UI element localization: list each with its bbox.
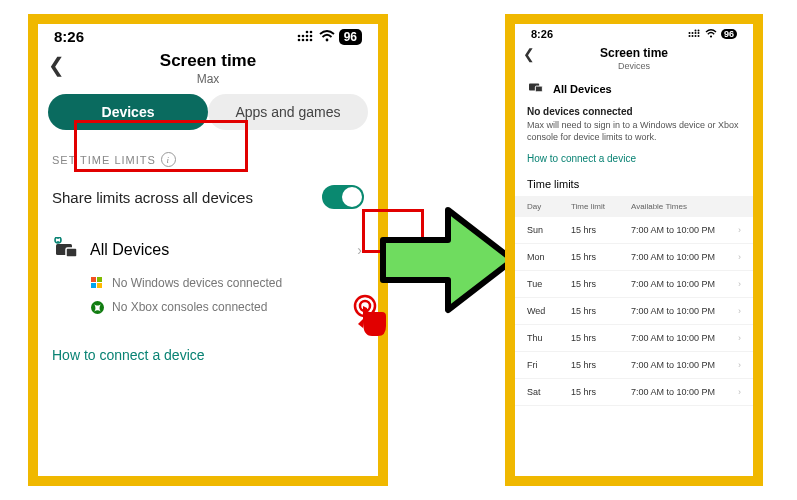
svg-point-25 (694, 35, 696, 37)
svg-point-6 (309, 39, 312, 42)
page-subtitle: Max (38, 72, 378, 86)
row-available: 7:00 AM to 10:00 PM (631, 360, 738, 370)
status-time: 8:26 (54, 28, 84, 45)
time-limits-title: Time limits (527, 178, 741, 190)
status-right: 96 (688, 28, 737, 40)
tab-devices[interactable]: Devices (48, 94, 208, 130)
svg-point-31 (710, 35, 712, 37)
svg-point-22 (691, 35, 693, 37)
how-to-connect-link[interactable]: How to connect a device (52, 347, 364, 363)
xbox-status-text: No Xbox consoles connected (112, 300, 267, 314)
row-day: Wed (527, 306, 571, 316)
time-limit-row[interactable]: Sun15 hrs7:00 AM to 10:00 PM› (515, 217, 753, 244)
tab-apps-games[interactable]: Apps and games (208, 94, 368, 130)
svg-point-2 (297, 35, 300, 38)
chevron-right-icon: › (738, 360, 741, 370)
row-day: Tue (527, 279, 571, 289)
all-devices-card[interactable]: All Devices › No Windows devices connect… (44, 227, 372, 321)
row-limit: 15 hrs (571, 306, 631, 316)
svg-point-24 (691, 32, 693, 34)
time-limit-row[interactable]: Fri15 hrs7:00 AM to 10:00 PM› (515, 352, 753, 379)
chevron-right-icon: › (738, 225, 741, 235)
battery-badge: 96 (721, 29, 737, 39)
col-day: Day (527, 202, 571, 211)
svg-point-4 (305, 39, 308, 42)
col-available: Available Times (631, 202, 741, 211)
svg-rect-16 (91, 283, 96, 288)
signal-icon (297, 28, 315, 45)
xbox-status-row: No Xbox consoles connected (50, 295, 366, 319)
status-bar: 8:26 96 (38, 24, 378, 45)
status-right: 96 (297, 28, 362, 45)
chevron-right-icon: › (357, 242, 362, 258)
share-limits-toggle[interactable] (322, 185, 364, 209)
time-limits-rows: Sun15 hrs7:00 AM to 10:00 PM›Mon15 hrs7:… (515, 217, 753, 406)
how-to-connect-link[interactable]: How to connect a device (527, 153, 741, 164)
signal-icon (688, 28, 701, 40)
page-subtitle: Devices (515, 61, 753, 71)
page-title: Screen time (515, 46, 753, 60)
row-day: Fri (527, 360, 571, 370)
all-devices-label: All Devices (553, 83, 612, 95)
page-title: Screen time (38, 51, 378, 71)
time-limit-row[interactable]: Wed15 hrs7:00 AM to 10:00 PM› (515, 298, 753, 325)
row-available: 7:00 AM to 10:00 PM (631, 306, 738, 316)
time-limit-row[interactable]: Thu15 hrs7:00 AM to 10:00 PM› (515, 325, 753, 352)
green-arrow-icon (378, 200, 518, 320)
all-devices-header[interactable]: All Devices › (50, 229, 366, 271)
no-devices-title: No devices connected (527, 106, 633, 117)
row-available: 7:00 AM to 10:00 PM (631, 279, 738, 289)
row-limit: 15 hrs (571, 225, 631, 235)
svg-point-0 (297, 39, 300, 42)
no-devices-block: No devices connected Max will need to si… (515, 105, 753, 143)
svg-point-21 (688, 35, 690, 37)
row-day: Sun (527, 225, 571, 235)
row-limit: 15 hrs (571, 333, 631, 343)
svg-point-29 (694, 30, 696, 32)
row-day: Sat (527, 387, 571, 397)
info-icon[interactable]: i (161, 152, 176, 167)
svg-point-7 (309, 35, 312, 38)
back-button[interactable]: ❮ (523, 46, 535, 62)
share-limits-row: Share limits across all devices (38, 175, 378, 219)
svg-point-27 (697, 35, 699, 37)
tabs: Devices Apps and games (48, 94, 368, 130)
row-limit: 15 hrs (571, 279, 631, 289)
row-available: 7:00 AM to 10:00 PM (631, 387, 738, 397)
status-bar: 8:26 96 (515, 24, 753, 40)
svg-point-3 (301, 35, 304, 38)
right-phone-frame: 8:26 96 ❮ Screen time Devices All Device… (505, 14, 763, 486)
svg-point-28 (697, 32, 699, 34)
svg-point-8 (305, 31, 308, 34)
time-limit-row[interactable]: Sat15 hrs7:00 AM to 10:00 PM› (515, 379, 753, 406)
time-limit-row[interactable]: Mon15 hrs7:00 AM to 10:00 PM› (515, 244, 753, 271)
chevron-right-icon: › (738, 252, 741, 262)
battery-badge: 96 (339, 29, 362, 45)
chevron-right-icon: › (738, 306, 741, 316)
windows-status-row: No Windows devices connected (50, 271, 366, 295)
svg-point-26 (694, 32, 696, 34)
windows-icon (90, 276, 104, 290)
time-limits-header: Day Time limit Available Times (515, 196, 753, 217)
row-limit: 15 hrs (571, 387, 631, 397)
svg-rect-17 (97, 283, 102, 288)
svg-point-1 (301, 39, 304, 42)
all-devices-label: All Devices (90, 241, 169, 259)
xbox-icon (90, 300, 104, 314)
header: ❮ Screen time Max (38, 45, 378, 88)
svg-rect-13 (66, 248, 77, 257)
svg-point-23 (688, 32, 690, 34)
back-button[interactable]: ❮ (48, 53, 65, 77)
header: ❮ Screen time Devices (515, 40, 753, 73)
svg-point-9 (309, 31, 312, 34)
col-limit: Time limit (571, 202, 631, 211)
time-limit-row[interactable]: Tue15 hrs7:00 AM to 10:00 PM› (515, 271, 753, 298)
row-limit: 15 hrs (571, 252, 631, 262)
left-phone-frame: 8:26 96 ❮ Screen time Max Devices Apps a… (28, 14, 388, 486)
section-label: SET TIME LIMITS i (52, 152, 364, 167)
devices-icon (54, 237, 80, 263)
chevron-right-icon: › (738, 387, 741, 397)
svg-rect-14 (91, 277, 96, 282)
status-time: 8:26 (531, 28, 553, 40)
svg-point-30 (697, 30, 699, 32)
